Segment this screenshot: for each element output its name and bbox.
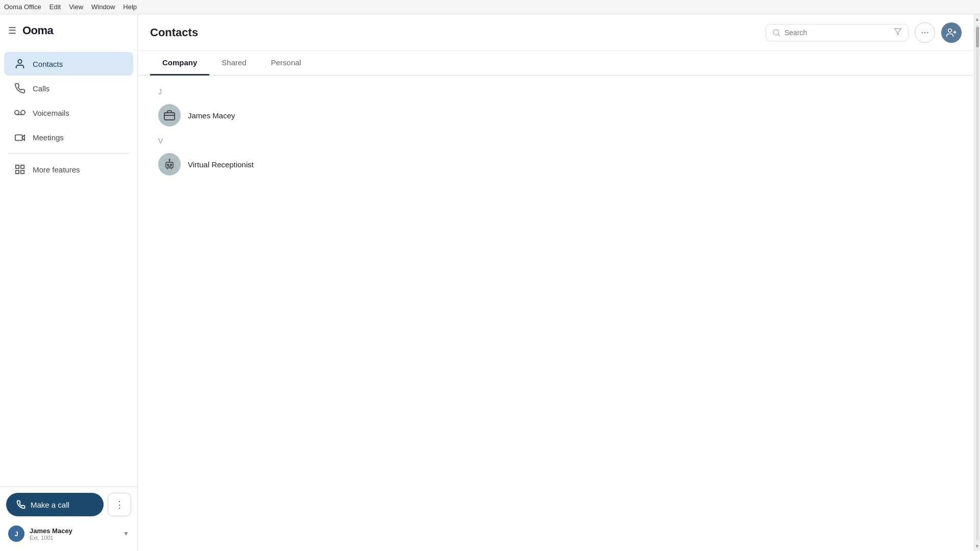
sidebar-item-voicemails-label: Voicemails <box>33 109 69 117</box>
svg-point-12 <box>948 29 952 32</box>
phone-call-icon <box>16 500 26 509</box>
svg-rect-7 <box>16 170 19 173</box>
user-status-bar: J James Macey Ext. 1001 ▼ <box>6 522 131 545</box>
svg-point-19 <box>170 164 172 166</box>
grid-icon <box>14 164 26 175</box>
contact-name-james: James Macey <box>188 111 235 120</box>
scroll-thumb[interactable] <box>976 27 979 47</box>
sidebar-item-more-features-label: More features <box>33 165 80 174</box>
tab-company[interactable]: Company <box>150 51 209 76</box>
sidebar-nav: Contacts Calls <box>0 47 137 486</box>
scroll-down-arrow[interactable]: ▼ <box>974 542 980 550</box>
user-name: James Macey <box>30 527 118 535</box>
contact-avatar-james <box>158 104 181 127</box>
add-contact-button[interactable] <box>941 22 962 43</box>
sidebar-bottom: Make a call ⋮ J James Macey Ext. 1001 ▼ <box>0 486 137 551</box>
tabs-row: Company Shared Personal <box>138 51 974 76</box>
make-call-label: Make a call <box>31 500 69 509</box>
svg-point-2 <box>21 110 25 114</box>
menu-view[interactable]: View <box>69 3 83 11</box>
contacts-icon <box>14 58 26 69</box>
sidebar: ☰ Ooma Contacts <box>0 14 138 551</box>
sidebar-item-meetings-label: Meetings <box>33 133 64 142</box>
page-title: Contacts <box>150 26 766 39</box>
app-container: ☰ Ooma Contacts <box>0 14 980 551</box>
ellipsis-icon: ⋯ <box>921 28 929 37</box>
sidebar-item-calls[interactable]: Calls <box>4 77 133 100</box>
svg-point-1 <box>15 110 19 114</box>
svg-rect-5 <box>16 165 19 168</box>
add-user-icon <box>946 28 957 38</box>
sidebar-header: ☰ Ooma <box>0 14 137 47</box>
svg-rect-8 <box>21 170 24 173</box>
sidebar-item-voicemails[interactable]: Voicemails <box>4 101 133 124</box>
contact-avatar-virtual <box>158 153 181 176</box>
more-options-button[interactable]: ⋮ <box>108 493 131 516</box>
sidebar-item-more-features[interactable]: More features <box>4 158 133 181</box>
scroll-up-arrow[interactable]: ▲ <box>974 15 980 23</box>
logo: Ooma <box>22 24 53 37</box>
svg-rect-6 <box>21 165 24 168</box>
sidebar-item-contacts-label: Contacts <box>33 60 63 68</box>
search-box <box>766 24 909 41</box>
sidebar-item-calls-label: Calls <box>33 84 50 93</box>
svg-rect-15 <box>164 113 175 120</box>
search-icon <box>772 29 780 37</box>
filter-icon[interactable] <box>894 28 902 38</box>
svg-rect-4 <box>15 135 22 140</box>
make-call-button[interactable]: Make a call <box>6 493 104 516</box>
phone-icon <box>14 83 26 94</box>
sidebar-item-meetings[interactable]: Meetings <box>4 126 133 149</box>
hamburger-icon[interactable]: ☰ <box>8 25 16 36</box>
search-input[interactable] <box>785 29 890 37</box>
contacts-list: J James Macey V <box>138 76 464 551</box>
menu-help[interactable]: Help <box>123 3 137 11</box>
user-info: James Macey Ext. 1001 <box>30 527 118 541</box>
tab-personal[interactable]: Personal <box>259 51 313 76</box>
sidebar-item-contacts[interactable]: Contacts <box>4 52 133 76</box>
tab-shared[interactable]: Shared <box>209 51 258 76</box>
main-content: Contacts ⋯ <box>138 14 974 551</box>
user-ext: Ext. 1001 <box>30 535 118 541</box>
svg-point-18 <box>167 164 169 166</box>
contact-virtual-receptionist[interactable]: Virtual Receptionist <box>150 147 452 182</box>
chevron-down-icon[interactable]: ▼ <box>123 530 129 537</box>
header-actions: ⋯ <box>766 22 962 43</box>
svg-line-10 <box>778 34 779 36</box>
make-call-row: Make a call ⋮ <box>6 493 131 516</box>
menu-ooma-office[interactable]: Ooma Office <box>4 3 41 11</box>
section-letter-v: V <box>158 137 452 145</box>
nav-divider <box>8 153 129 154</box>
contacts-content: Company Shared Personal J <box>138 51 974 551</box>
svg-point-0 <box>18 60 21 63</box>
contact-name-virtual: Virtual Receptionist <box>188 160 254 169</box>
menubar: Ooma Office Edit View Window Help <box>0 0 980 14</box>
scrollbar: ▲ ▼ <box>974 14 980 551</box>
section-letter-j: J <box>158 88 452 96</box>
voicemail-icon <box>14 107 26 118</box>
contact-james-macey[interactable]: James Macey <box>150 98 452 133</box>
video-icon <box>14 132 26 143</box>
svg-marker-11 <box>894 29 901 35</box>
menu-window[interactable]: Window <box>91 3 115 11</box>
more-actions-button[interactable]: ⋯ <box>915 22 935 43</box>
menu-edit[interactable]: Edit <box>50 3 61 11</box>
avatar: J <box>8 525 24 542</box>
main-header: Contacts ⋯ <box>138 14 974 51</box>
ellipsis-vertical-icon: ⋮ <box>115 499 124 510</box>
scroll-track <box>976 25 979 540</box>
